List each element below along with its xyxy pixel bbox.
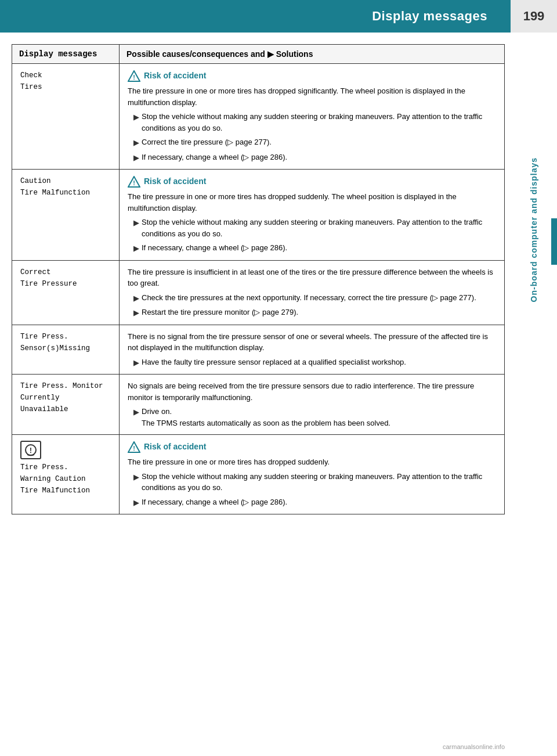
display-message-text: Tire Press. Monitor Currently Unavailabl… [20, 380, 111, 415]
display-message-cell: Check Tires [12, 64, 120, 170]
bullet-text: Stop the vehicle without making any sudd… [142, 111, 496, 134]
svg-text:!: ! [133, 179, 135, 186]
page-number-box: 199 [511, 0, 557, 33]
bullet-text: If necessary, change a wheel (▷ page 286… [142, 496, 287, 508]
page-container: Display messages 199 On-board computer a… [0, 0, 557, 756]
bullet-arrow-icon: ▶ [133, 293, 139, 304]
bullet-text: Stop the vehicle without making any sudd… [142, 217, 496, 239]
risk-title: Risk of accident [144, 441, 206, 453]
bullet-arrow-icon: ▶ [133, 152, 139, 164]
display-message-text: Caution Tire Malfunction [20, 175, 111, 199]
causes-cell: There is no signal from the tire pressur… [120, 325, 505, 375]
display-message-cell: ! Tire Press. Warning Caution Tire Malfu… [12, 435, 120, 514]
bullet-item: ▶Drive on. The TPMS restarts automatical… [128, 406, 496, 429]
display-message-text: Tire Press. Warning Caution Tire Malfunc… [20, 462, 111, 496]
warning-triangle-icon: ! [128, 176, 140, 188]
table-row: ! Tire Press. Warning Caution Tire Malfu… [12, 435, 505, 514]
bullet-text: Check the tire pressures at the next opp… [142, 292, 476, 304]
bullet-arrow-icon: ▶ [133, 137, 139, 149]
warning-icon-box: ! [20, 441, 41, 459]
bullet-item: ▶Stop the vehicle without making any sud… [128, 111, 496, 134]
bullet-arrow-icon: ▶ [133, 471, 139, 483]
risk-header: !Risk of accident [128, 175, 496, 188]
main-table: Display messages Possible causes/consequ… [12, 44, 505, 514]
display-message-text: Tire Press. Sensor(s)Missing [20, 331, 111, 354]
bullet-arrow-icon: ▶ [133, 111, 139, 123]
table-header-causes: Possible causes/consequences and ▶ Solut… [120, 45, 505, 64]
body-text: The tire pressure in one or more tires h… [128, 191, 496, 214]
risk-title: Risk of accident [144, 175, 206, 188]
bullet-arrow-icon: ▶ [133, 307, 139, 319]
bullet-item: ▶Check the tire pressures at the next op… [128, 292, 496, 304]
causes-cell: The tire pressure is insufficient in at … [120, 260, 505, 325]
body-text: There is no signal from the tire pressur… [128, 331, 496, 354]
bullet-item: ▶Stop the vehicle without making any sud… [128, 217, 496, 239]
body-text: The tire pressure is insufficient in at … [128, 267, 496, 289]
display-message-cell: Tire Press. Monitor Currently Unavailabl… [12, 375, 120, 435]
side-tab-label: On-board computer and displays [529, 157, 538, 302]
causes-cell: No signals are being received from the t… [120, 375, 505, 435]
tire-pressure-icon: ! [23, 443, 39, 457]
table-row: Correct Tire PressureThe tire pressure i… [12, 260, 505, 325]
bullet-arrow-icon: ▶ [133, 357, 139, 369]
bullet-item: ▶Restart the tire pressure monitor (▷ pa… [128, 307, 496, 319]
page-number: 199 [523, 9, 545, 24]
watermark: carmanualsonline.info [443, 743, 505, 750]
bullet-text: If necessary, change a wheel (▷ page 286… [142, 152, 287, 163]
bullet-arrow-icon: ▶ [133, 406, 139, 418]
side-tab: On-board computer and displays [511, 33, 557, 427]
body-text: No signals are being received from the t… [128, 380, 496, 403]
causes-cell: !Risk of accidentThe tire pressure in on… [120, 64, 505, 170]
risk-header: !Risk of accident [128, 70, 496, 82]
content-area: Display messages Possible causes/consequ… [0, 33, 557, 532]
table-row: Check Tires!Risk of accidentThe tire pre… [12, 64, 505, 170]
side-tab-indicator [551, 218, 557, 265]
risk-title: Risk of accident [144, 70, 206, 82]
causes-cell: !Risk of accidentThe tire pressure in on… [120, 435, 505, 514]
bullet-text: Have the faulty tire pressure sensor rep… [142, 357, 406, 368]
bullet-item: ▶If necessary, change a wheel (▷ page 28… [128, 242, 496, 254]
bullet-item: ▶If necessary, change a wheel (▷ page 28… [128, 152, 496, 164]
bullet-text: Correct the tire pressure (▷ page 277). [142, 136, 272, 148]
svg-text:!: ! [133, 74, 135, 81]
bullet-arrow-icon: ▶ [133, 217, 139, 229]
display-message-text: Correct Tire Pressure [20, 267, 111, 290]
display-message-cell: Correct Tire Pressure [12, 260, 120, 325]
svg-text:!: ! [28, 447, 33, 455]
table-header-display: Display messages [12, 45, 120, 64]
header-title: Display messages [372, 9, 487, 24]
header-bar: Display messages 199 [0, 0, 557, 33]
table-row: Tire Press. Sensor(s)MissingThere is no … [12, 325, 505, 375]
bullet-item: ▶Correct the tire pressure (▷ page 277). [128, 136, 496, 149]
bullet-item: ▶If necessary, change a wheel (▷ page 28… [128, 496, 496, 509]
bullet-text: Stop the vehicle without making any sudd… [142, 471, 496, 494]
bullet-text: If necessary, change a wheel (▷ page 286… [142, 242, 287, 254]
body-text: The tire pressure in one or more tires h… [128, 85, 496, 108]
risk-header: !Risk of accident [128, 441, 496, 453]
warning-triangle-icon: ! [128, 70, 140, 82]
bullet-arrow-icon: ▶ [133, 497, 139, 509]
display-message-cell: Tire Press. Sensor(s)Missing [12, 325, 120, 375]
causes-cell: !Risk of accidentThe tire pressure in on… [120, 170, 505, 261]
bullet-arrow-icon: ▶ [133, 243, 139, 254]
table-row: Tire Press. Monitor Currently Unavailabl… [12, 375, 505, 435]
bullet-text: Restart the tire pressure monitor (▷ pag… [142, 307, 298, 318]
warning-triangle-icon: ! [128, 441, 140, 453]
bullet-item: ▶Stop the vehicle without making any sud… [128, 471, 496, 494]
svg-text:!: ! [133, 445, 135, 452]
display-message-cell: Caution Tire Malfunction [12, 170, 120, 261]
table-row: Caution Tire Malfunction!Risk of acciden… [12, 170, 505, 261]
body-text: The tire pressure in one or more tires h… [128, 456, 496, 468]
bullet-text: Drive on. The TPMS restarts automaticall… [142, 406, 390, 429]
display-message-text: Check Tires [20, 70, 111, 93]
bullet-item: ▶Have the faulty tire pressure sensor re… [128, 357, 496, 369]
